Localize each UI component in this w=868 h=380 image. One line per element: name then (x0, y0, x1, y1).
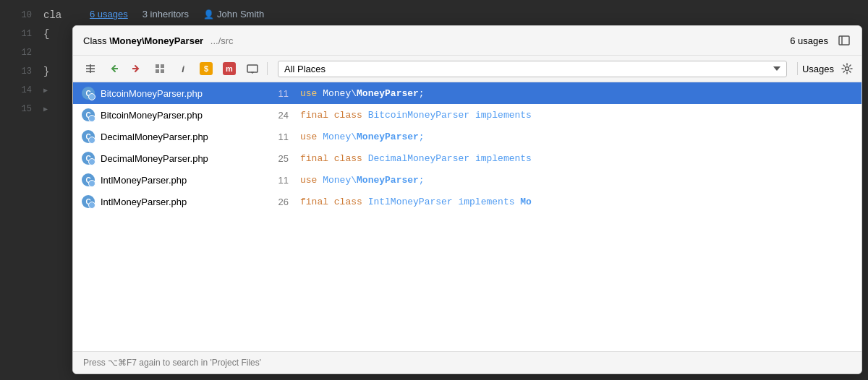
result-filename-1: BitcoinMoneyParser.php (101, 88, 260, 99)
result-code-6: final class IntlMoneyParser implements M… (300, 197, 532, 207)
tab-author: 👤 John Smith (197, 6, 270, 22)
result-row-6[interactable]: C IntlMoneyParser.php 26 final class Int… (73, 191, 861, 212)
result-linenum-3: 11 (260, 131, 289, 142)
result-row-4[interactable]: C DecimalMoneyParser.php 25 final class … (73, 147, 861, 169)
svg-rect-12 (247, 65, 258, 72)
result-code-1: use Money\MoneyParser; (300, 88, 425, 99)
file-icon-1: C (82, 87, 95, 100)
member-button[interactable]: m (219, 60, 239, 77)
gear-button[interactable] (840, 61, 854, 76)
dollar-button[interactable]: $ (196, 60, 216, 77)
expand-all-button[interactable] (80, 60, 101, 77)
file-icon-6: C (82, 195, 95, 208)
result-row-3[interactable]: C DecimalMoneyParser.php 11 use Money\Mo… (73, 126, 861, 147)
popup-panel: Class \Money\MoneyParser .../src 6 usage… (72, 25, 862, 374)
result-code-5: use Money\MoneyParser; (300, 175, 425, 186)
result-filename-5: IntlMoneyParser.php (101, 175, 260, 186)
results-list: C BitcoinMoneyParser.php 11 use Money\Mo… (73, 82, 861, 351)
expand-panel-button[interactable] (837, 33, 851, 48)
info-button[interactable]: i (173, 60, 193, 77)
navigate-back-button[interactable] (103, 60, 124, 77)
result-code-3: use Money\MoneyParser; (300, 131, 425, 142)
file-icon-4: C (82, 152, 95, 165)
tab-bar: 6 usages 3 inheritors 👤 John Smith (72, 0, 868, 22)
tab-inheritors[interactable]: 3 inheritors (137, 6, 195, 22)
svg-rect-11 (161, 69, 164, 73)
result-code-4: final class DecimalMoneyParser implement… (300, 153, 532, 164)
author-icon: 👤 (203, 9, 214, 20)
src-path: .../src (210, 35, 234, 46)
result-row-1[interactable]: C BitcoinMoneyParser.php 11 use Money\Mo… (73, 82, 861, 104)
result-code-2: final class BitcoinMoneyParser implement… (300, 110, 532, 121)
footer-text: Press ⌥⌘F7 again to search in 'Project F… (83, 358, 261, 368)
toolbar: i $ m All Places (73, 56, 861, 82)
result-filename-6: IntlMoneyParser.php (101, 197, 260, 207)
toolbar-separator-2 (797, 62, 798, 75)
navigate-forward-button[interactable] (127, 60, 147, 77)
usages-count-header: 6 usages (790, 35, 828, 46)
result-row-5[interactable]: C IntlMoneyParser.php 11 use Money\Money… (73, 169, 861, 191)
result-linenum-6: 26 (260, 197, 289, 207)
file-icon-2: C (82, 108, 95, 121)
screen-button[interactable] (242, 60, 263, 77)
svg-point-15 (846, 67, 849, 71)
class-path: \Money\MoneyParser (109, 35, 203, 46)
svg-rect-8 (156, 64, 159, 68)
result-linenum-5: 11 (260, 175, 289, 186)
result-filename-4: DecimalMoneyParser.php (101, 153, 260, 164)
result-filename-2: BitcoinMoneyParser.php (101, 110, 260, 121)
group-by-button[interactable] (150, 60, 170, 77)
toolbar-separator (267, 62, 268, 75)
result-linenum-2: 24 (260, 110, 289, 121)
svg-rect-9 (161, 64, 164, 68)
tab-usages[interactable]: 6 usages (84, 6, 134, 22)
svg-rect-0 (839, 36, 849, 45)
popup-overlay: 6 usages 3 inheritors 👤 John Smith Class… (72, 0, 868, 380)
popup-header: Class \Money\MoneyParser .../src 6 usage… (73, 26, 861, 56)
file-icon-3: C (82, 130, 95, 143)
result-filename-3: DecimalMoneyParser.php (101, 131, 260, 142)
popup-title: Class \Money\MoneyParser .../src (83, 35, 784, 46)
svg-rect-10 (156, 69, 159, 73)
popup-footer: Press ⌥⌘F7 again to search in 'Project F… (73, 351, 861, 373)
usages-label: Usages (802, 64, 834, 74)
file-icon-5: C (82, 173, 95, 186)
result-row-2[interactable]: C BitcoinMoneyParser.php 24 final class … (73, 104, 861, 126)
result-linenum-1: 11 (260, 88, 289, 99)
places-dropdown-container: All Places Project Files Test Sources Li… (278, 61, 787, 77)
places-dropdown[interactable]: All Places Project Files Test Sources Li… (278, 61, 787, 77)
result-linenum-4: 25 (260, 153, 289, 164)
